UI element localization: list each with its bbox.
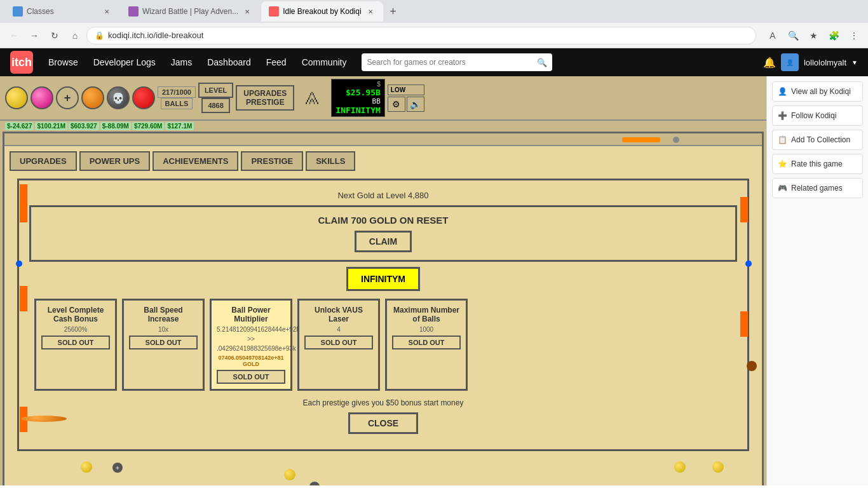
community-link[interactable]: Community xyxy=(294,48,355,76)
add-collection-button[interactable]: 📋 Add To Collection xyxy=(772,130,863,150)
feed-link[interactable]: Feed xyxy=(259,48,294,76)
itchio-nav: itch Browse Developer Logs Jams Dashboar… xyxy=(0,48,868,76)
lock-icon: 🔒 xyxy=(95,31,104,40)
power-ups-tab[interactable]: POWER UPS xyxy=(79,151,150,171)
sound-button[interactable]: 🔊 xyxy=(407,97,424,112)
collection-icon: 📋 xyxy=(778,135,787,144)
notifications-bell[interactable]: 🔔 xyxy=(763,57,776,69)
paddle-ball xyxy=(673,137,679,143)
card-title-2: Ball Power Multiplier xyxy=(217,306,285,323)
right-blue-dot xyxy=(745,261,752,267)
skull-ball-button[interactable]: 💀 xyxy=(107,86,130,109)
card-title-3: Unlock VAUS Laser xyxy=(304,306,373,323)
add-ball-button[interactable]: + xyxy=(56,86,79,109)
orange-ball-button[interactable] xyxy=(81,86,104,109)
new-tab-button[interactable]: + xyxy=(384,3,402,20)
search-zoom-icon[interactable]: 🔍 xyxy=(784,27,802,44)
view-all-button[interactable]: 👤 View all by Kodiqi xyxy=(772,81,863,102)
level-section: LEVEL 4868 xyxy=(198,83,233,113)
back-button[interactable]: ← xyxy=(5,27,23,44)
close-button[interactable]: CLOSE xyxy=(348,412,418,434)
tab-title-classes: Classes xyxy=(27,7,98,16)
person-icon: 👤 xyxy=(778,87,787,96)
browse-link[interactable]: Browse xyxy=(41,48,86,76)
address-text: kodiqi.itch.io/idle-breakout xyxy=(108,30,203,40)
sold-out-2[interactable]: SOLD OUT xyxy=(217,370,285,384)
yellow-ball-button[interactable] xyxy=(5,86,28,109)
prestige-tab[interactable]: PRESTIGE xyxy=(241,151,303,171)
tab-close-classes[interactable]: ✕ xyxy=(102,6,112,17)
settings-button[interactable]: ⚙ xyxy=(388,97,405,112)
bookmark-icon[interactable]: ★ xyxy=(804,27,822,44)
extension-icon[interactable]: 🧩 xyxy=(825,27,843,44)
upgrades-tab[interactable]: UPGRADES xyxy=(10,151,77,171)
sidebar: 👤 View all by Kodiqi ➕ Follow Kodiqi 📋 A… xyxy=(766,76,868,485)
user-dropdown-arrow[interactable]: ▼ xyxy=(851,59,858,66)
itchio-logo[interactable]: itch xyxy=(10,51,33,74)
money-scroll-4: $-88.09M xyxy=(100,122,131,130)
ball-count: 217/1000 xyxy=(158,86,196,98)
related-games-button[interactable]: 🎮 Related games xyxy=(772,178,863,198)
add-collection-label: Add To Collection xyxy=(791,135,850,144)
follow-label: Follow Kodiqi xyxy=(791,111,836,120)
search-bar[interactable]: 🔍 xyxy=(362,53,552,71)
infinitym-button[interactable]: INFINITYM xyxy=(346,267,420,291)
prestige-popup: Next Gold at Level 4,880 CLAIM 700 GOLD … xyxy=(17,179,749,451)
prestige-note: Each prestige gives you $50 bonus start … xyxy=(29,398,737,407)
search-input[interactable] xyxy=(367,58,537,67)
left-orange-bar-top xyxy=(20,184,27,222)
username-label[interactable]: lollololmyalt xyxy=(804,58,846,67)
tab-classes[interactable]: Classes ✕ xyxy=(5,1,119,22)
tab-close-idle[interactable]: ✕ xyxy=(365,6,376,17)
sold-out-4[interactable]: SOLD OUT xyxy=(392,336,461,349)
upgrade-card-max-balls: Maximum Number of Balls 1000 SOLD OUT xyxy=(385,299,468,391)
jams-link[interactable]: Jams xyxy=(163,48,200,76)
field-ball-yellow-1 xyxy=(81,461,92,473)
dashboard-link[interactable]: Dashboard xyxy=(200,48,259,76)
rate-button[interactable]: ⭐ Rate this game xyxy=(772,154,863,174)
sold-out-0[interactable]: SOLD OUT xyxy=(41,336,110,349)
tab-favicon-idle xyxy=(269,6,279,17)
menu-icon[interactable]: ⋮ xyxy=(845,27,863,44)
sold-out-1[interactable]: SOLD OUT xyxy=(129,336,198,349)
left-blue-dot xyxy=(16,261,22,267)
star-icon: ⭐ xyxy=(778,159,787,168)
tab-title-wizard: Wizard Battle | Play Adven... xyxy=(142,7,238,16)
refresh-button[interactable]: ↻ xyxy=(46,27,64,44)
pink-ball-button[interactable] xyxy=(31,86,53,109)
right-orange-bar-mid xyxy=(740,311,748,337)
upgrade-card-level-cash: Level Complete Cash Bonus 25600% SOLD OU… xyxy=(34,299,117,391)
skills-tab[interactable]: SKILLS xyxy=(306,151,355,171)
sold-out-3[interactable]: SOLD OUT xyxy=(304,336,373,349)
right-orange-bar-top xyxy=(740,197,748,222)
rate-label: Rate this game xyxy=(791,159,843,168)
search-button[interactable]: 🔍 xyxy=(537,58,547,67)
card-value-1: 10x xyxy=(129,326,198,333)
red-ball-button[interactable] xyxy=(132,86,155,109)
game-top-bar: + 💀 217/1000 BALLS LEVEL 4868 UPGRADES P… xyxy=(0,76,766,121)
level-label: LEVEL xyxy=(198,83,233,98)
tab-idle-breakout[interactable]: Idle Breakout by Kodiqi ✕ xyxy=(261,1,383,22)
field-ball-plus-2: + xyxy=(309,482,320,485)
main-layout: + 💀 217/1000 BALLS LEVEL 4868 UPGRADES P… xyxy=(0,76,868,485)
quality-button[interactable]: LOW xyxy=(388,85,424,95)
upgrade-card-unlock-vaus: Unlock VAUS Laser 4 SOLD OUT xyxy=(297,299,380,391)
forward-button[interactable]: → xyxy=(25,27,43,44)
money-scroll-1: $-24.627 xyxy=(5,122,34,130)
address-bar[interactable]: 🔒 kodiqi.itch.io/idle-breakout xyxy=(86,27,756,44)
money-scroll: $-24.627 $100.21M $603.927 $-88.09M $729… xyxy=(0,121,766,132)
home-button[interactable]: ⌂ xyxy=(66,27,84,44)
card-desc-2b: >> xyxy=(217,336,285,342)
tab-close-wizard[interactable]: ✕ xyxy=(242,6,252,17)
card-desc-2a: 5.21481209941628444e+92k xyxy=(217,326,285,333)
achievements-tab[interactable]: ACHIEVEMENTS xyxy=(153,151,238,171)
translate-icon[interactable]: A xyxy=(764,27,782,44)
card-value-4: 1000 xyxy=(392,326,461,333)
follow-button[interactable]: ➕ Follow Kodiqi xyxy=(772,105,863,126)
ball-count-section: 217/1000 BALLS xyxy=(158,86,196,109)
claim-button[interactable]: CLAIM xyxy=(355,231,412,252)
card-value-3: 4 xyxy=(304,326,373,333)
tab-wizard[interactable]: Wizard Battle | Play Adven... ✕ xyxy=(121,1,260,22)
developer-logs-link[interactable]: Developer Logs xyxy=(86,48,163,76)
upgrades-prestige-button[interactable]: UPGRADES PRESTIGE xyxy=(236,85,294,111)
